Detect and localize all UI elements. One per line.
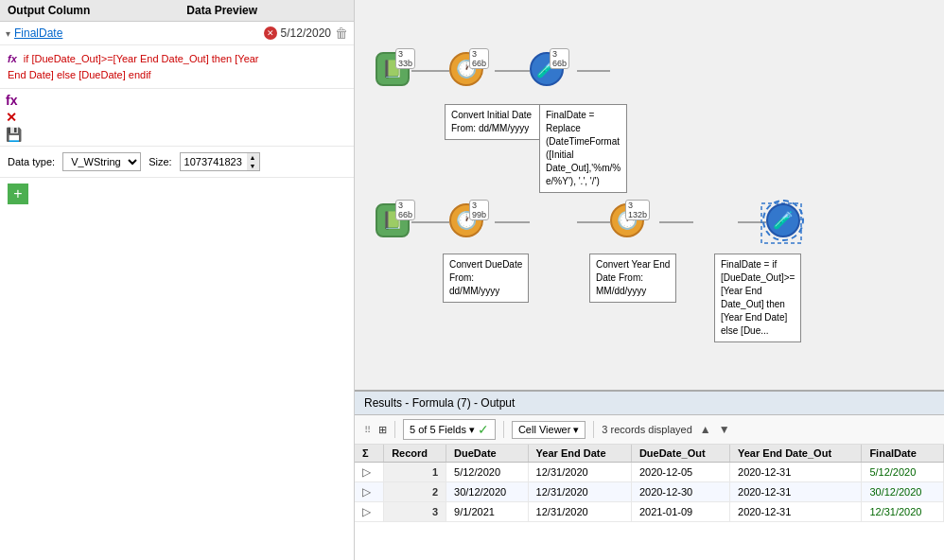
formula-icon: fx [8,53,17,64]
table-row: ▷ 3 9/1/2021 12/31/2020 2021-01-09 2020-… [355,502,944,522]
datatype-row: Data type: V_WString Size: ▲ ▼ [0,147,354,178]
formula-edit-button[interactable]: fx [6,93,348,108]
row-num-1: 1 [384,463,446,482]
delete-field-button[interactable]: 🗑 [335,26,348,41]
row-yearend-1: 12/31/2020 [528,463,631,482]
row-finaldate-3: 12/31/2020 [862,502,944,522]
node-top-clock[interactable]: 🕐 366b [449,52,483,86]
flask-icon-1: 🧪 366b [530,52,564,86]
tooltip-bottom-3-text: FinalDate = if[DueDate_Out]>=[Year EndDa… [721,259,795,336]
datatype-label: Data type: [8,156,55,167]
col-header-duedate: DueDate [446,445,529,463]
size-down-button[interactable]: ▼ [247,162,259,170]
tooltip-top-2: FinalDate =Replace(DateTimeFormat([Initi… [539,104,627,193]
col-header-yearend-out: Year End Date_Out [730,445,862,463]
node-top-flask[interactable]: 🧪 366b [530,52,564,86]
add-field-button[interactable]: + [8,184,28,204]
col-header-record: Record [384,445,446,463]
col-header-sigma: Σ [355,445,384,463]
datatype-select[interactable]: V_WString [62,152,141,171]
panel-header: Output Column Data Preview [0,0,354,22]
node-bottom-clock2[interactable]: 🕐 3132b [610,203,644,237]
node-badge-5: 399b [469,200,489,220]
fields-count-text: 5 of 5 Fields [410,424,466,435]
table-view-button[interactable]: ⊞ [378,424,387,436]
row-yearendout-1: 2020-12-31 [730,463,862,482]
book-icon-2: 📗 366b [376,203,410,237]
tooltip-bottom-3: FinalDate = if[DueDate_Out]>=[Year EndDa… [714,254,801,342]
size-input[interactable] [181,154,247,169]
flask-icon-2: 🧪 [766,203,800,237]
table-icon: ⊞ [378,424,387,436]
field-name[interactable]: FinalDate [14,26,260,40]
row-finaldate-2: 30/12/2020 [862,482,944,502]
tooltip-bottom-2-text: Convert Year EndDate From:MM/dd/yyyy [596,259,670,296]
toolbar-divider-2 [503,421,504,438]
records-displayed: 3 records displayed [602,424,691,435]
table-row: ▷ 1 5/12/2020 12/31/2020 2020-12-05 2020… [355,463,944,482]
close-formula-button[interactable]: ✕ [6,110,348,125]
fields-count-button[interactable]: 5 of 5 Fields ▾ ✓ [403,419,496,440]
clock-icon-1: 🕐 366b [449,52,483,86]
row-duedateout-1: 2020-12-05 [631,463,729,482]
node-bottom-clock1[interactable]: 🕐 399b [449,203,483,237]
cell-viewer-text: Cell Viewer [518,424,570,435]
add-button-row: + [0,178,354,210]
formula-area: fx if [DueDate_Out]>=[Year End Date_Out]… [0,45,354,89]
results-panel: Results - Formula (7) - Output ⠿ ⊞ 5 of … [355,390,944,560]
node-badge-3: 366b [550,48,569,69]
field-value: 5/12/2020 [281,26,331,40]
data-table: Σ Record DueDate Year End Date DueDate_O… [355,445,944,522]
col-header-yearend: Year End Date [528,445,631,463]
clear-field-button[interactable]: ✕ [264,26,277,40]
row-arrow-1: ▷ [355,463,384,482]
size-spinner: ▲ ▼ [247,153,259,170]
row-yearend-2: 12/31/2020 [528,482,631,502]
tooltip-bottom-2: Convert Year EndDate From:MM/dd/yyyy [589,254,676,303]
cell-viewer-button[interactable]: Cell Viewer ▾ [512,421,586,439]
row-duedate-1: 5/12/2020 [446,463,529,482]
row-duedateout-2: 2020-12-30 [631,482,729,502]
node-badge-6: 3132b [625,200,650,220]
table-row: ▷ 2 30/12/2020 12/31/2020 2020-12-30 202… [355,482,944,502]
formula-text: if [DueDate_Out]>=[Year End Date_Out] th… [8,53,259,80]
row-arrow-3: ▷ [355,502,384,522]
sort-down-button[interactable]: ▼ [719,423,730,436]
data-preview-label: Data Preview [186,4,257,17]
viewer-dropdown-icon: ▾ [573,424,579,436]
clock-icon-3: 🕐 3132b [610,203,644,237]
row-yearend-3: 12/31/2020 [528,502,631,522]
check-icon: ✓ [478,422,489,437]
field-arrow-icon: ▾ [6,28,10,39]
col-header-duedate-out: DueDate_Out [631,445,729,463]
row-duedate-2: 30/12/2020 [446,482,529,502]
sort-up-button[interactable]: ▲ [700,423,711,436]
canvas-area[interactable]: 📗 333b 🕐 366b 🧪 366b Convert Initial Dat… [355,0,944,390]
node-bottom-book[interactable]: 📗 366b [376,203,410,237]
tooltip-top-2-text: FinalDate =Replace(DateTimeFormat([Initi… [546,110,621,186]
size-up-button[interactable]: ▲ [247,153,259,162]
toolbar-divider-1 [394,421,395,438]
results-header-text: Results - Formula (7) - Output [364,396,515,410]
row-yearendout-2: 2020-12-31 [730,482,862,502]
save-formula-button[interactable]: 💾 [6,127,348,142]
grip-icon: ⠿ [364,425,371,435]
fields-dropdown-icon: ▾ [469,424,475,436]
row-num-2: 2 [384,482,446,502]
node-badge-1: 333b [395,48,415,69]
size-label: Size: [149,156,171,167]
toolbar-divider-3 [593,421,594,438]
output-column-label: Output Column [8,4,90,17]
results-table[interactable]: Σ Record DueDate Year End Date DueDate_O… [355,445,944,560]
node-bottom-flask[interactable]: 🧪 [766,203,800,237]
row-duedateout-3: 2021-01-09 [631,502,729,522]
node-top-book[interactable]: 📗 333b [376,52,410,86]
row-num-3: 3 [384,502,446,522]
table-header-row: Σ Record DueDate Year End Date DueDate_O… [355,445,944,463]
tooltip-bottom-1-text: Convert DueDateFrom:dd/MM/yyyy [449,259,522,296]
right-panel: 📗 333b 🕐 366b 🧪 366b Convert Initial Dat… [355,0,944,560]
clock-icon-2: 🕐 399b [449,203,483,237]
row-duedate-3: 9/1/2021 [446,502,529,522]
node-badge-4: 366b [395,200,415,220]
book-icon: 📗 333b [376,52,410,86]
